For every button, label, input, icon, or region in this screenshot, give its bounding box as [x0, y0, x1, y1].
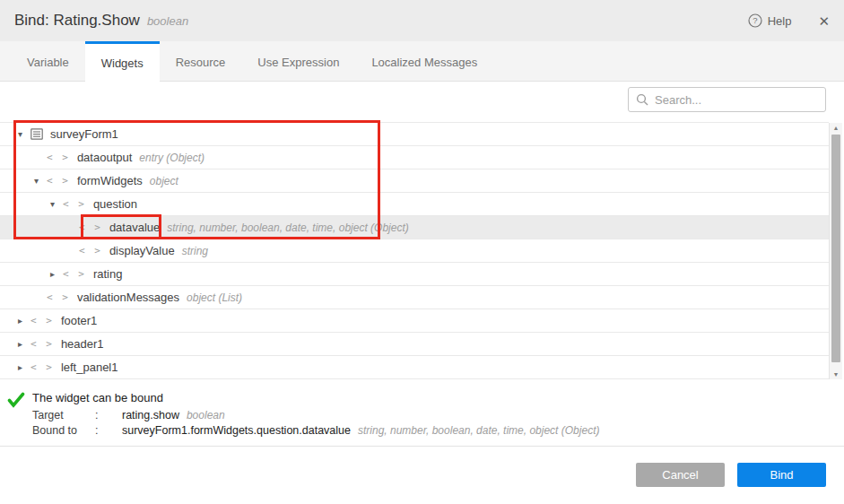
page-title: Bind: Rating.Show [14, 12, 140, 30]
chevron-down-icon[interactable]: ▾ [34, 176, 47, 186]
status-row-colon: : [95, 409, 122, 421]
status-row-value: surveyForm1.formWidgets.question.dataval… [122, 424, 351, 437]
page-title-type-hint: boolean [147, 14, 188, 28]
code-brackets-icon: < > [47, 291, 70, 303]
chevron-right-icon[interactable]: ▸ [18, 362, 30, 372]
code-brackets-icon: < > [30, 338, 54, 350]
tab-label: Use Expression [257, 56, 339, 69]
tree-item-header1[interactable]: ▸< >header1 [0, 333, 829, 356]
tree-item-label: left_panel1 [61, 361, 118, 374]
success-check-icon [7, 392, 25, 412]
status-row-bound-to: Bound to:surveyForm1.formWidgets.questio… [32, 421, 599, 437]
tree-item-datavalue[interactable]: < >datavaluestring, number, boolean, dat… [0, 216, 829, 239]
scroll-up-icon[interactable]: ▲ [830, 123, 842, 133]
code-brackets-icon: < > [63, 198, 86, 210]
footer-divider [0, 446, 844, 447]
tree-item-left_panel1[interactable]: ▸< >left_panel1 [0, 356, 829, 379]
svg-text:?: ? [753, 15, 757, 25]
chevron-right-icon[interactable]: ▸ [18, 316, 30, 326]
form-widget-icon [30, 128, 43, 140]
tab-widgets[interactable]: Widgets [85, 41, 160, 82]
tab-resource[interactable]: Resource [160, 41, 242, 81]
code-brackets-icon: < > [79, 222, 102, 233]
tree-item-label: footer1 [61, 314, 97, 327]
tab-bar: VariableWidgetsResourceUse ExpressionLoc… [0, 41, 844, 82]
code-brackets-icon: < > [30, 315, 54, 326]
tree-item-label: rating [93, 267, 123, 281]
tree-item-label: header1 [61, 337, 104, 351]
status-row-label: Target [32, 409, 95, 421]
search-row [0, 82, 844, 122]
tab-localized-messages[interactable]: Localized Messages [355, 41, 493, 81]
dialog-header: Bind: Rating.Show boolean ? Help ✕ [0, 0, 844, 41]
help-icon: ? [748, 13, 762, 28]
tab-label: Widgets [101, 56, 144, 70]
search-box [628, 87, 826, 112]
code-brackets-icon: < > [30, 361, 54, 373]
tree-item-label: question [93, 197, 137, 211]
status-row-type-hint: boolean [187, 409, 225, 421]
chevron-down-icon[interactable]: ▾ [50, 199, 63, 209]
status-row-target: Target:rating.showboolean [32, 406, 599, 421]
tree-item-dataoutput[interactable]: < >dataoutputentry (Object) [0, 146, 829, 169]
tab-use-expression[interactable]: Use Expression [241, 41, 355, 81]
widget-tree: ▾surveyForm1< >dataoutputentry (Object)▾… [0, 122, 829, 379]
tab-label: Localized Messages [371, 56, 477, 69]
status-row-value: rating.show [122, 409, 179, 421]
code-brackets-icon: < > [79, 245, 102, 256]
bind-button[interactable]: Bind [737, 463, 826, 487]
tree-item-rating[interactable]: ▸< >rating [0, 263, 829, 286]
tree-item-label: displayValue [109, 244, 175, 257]
tree-item-label: validationMessages [77, 291, 179, 304]
footer-actions: Cancel Bind [636, 463, 826, 487]
tree-scrollbar[interactable]: ▲ ▼ [829, 123, 842, 379]
tree-item-type-hint: object (List) [187, 291, 242, 304]
status-message: The widget can be bound [32, 391, 163, 404]
bind-dialog: Bind: Rating.Show boolean ? Help ✕ Varia… [0, 0, 844, 504]
tree-item-question[interactable]: ▾< >question [0, 193, 829, 216]
scrollbar-thumb[interactable] [831, 135, 840, 362]
tree-item-label: dataoutput [77, 151, 132, 164]
tree-item-displayValue[interactable]: < >displayValuestring [0, 239, 829, 263]
chevron-right-icon[interactable]: ▸ [18, 339, 30, 349]
tree-item-type-hint: string, number, boolean, date, time, obj… [167, 222, 408, 234]
search-input[interactable] [655, 93, 818, 107]
status-row-value-wrap: rating.showboolean [122, 406, 599, 422]
tree-item-surveyForm1[interactable]: ▾surveyForm1 [0, 123, 829, 146]
tree-item-validationMessages[interactable]: < >validationMessagesobject (List) [0, 286, 829, 309]
help-label: Help [768, 14, 792, 28]
status-row-value-wrap: surveyForm1.formWidgets.question.dataval… [122, 421, 599, 438]
status-rows: Target:rating.showbooleanBound to:survey… [32, 406, 599, 437]
tree-item-type-hint: entry (Object) [139, 152, 204, 164]
tree-item-label: surveyForm1 [50, 127, 118, 141]
tab-label: Resource [176, 56, 226, 69]
chevron-right-icon[interactable]: ▸ [50, 269, 63, 279]
status-row-label: Bound to [32, 424, 95, 437]
tab-label: Variable [27, 56, 69, 69]
tree-item-formWidgets[interactable]: ▾< >formWidgetsobject [0, 169, 829, 193]
status-row-colon: : [95, 424, 122, 437]
tree-item-label: formWidgets [77, 174, 143, 187]
status-row-type-hint: string, number, boolean, date, time, obj… [358, 424, 599, 437]
help-button[interactable]: ? Help [748, 13, 792, 28]
chevron-down-icon[interactable]: ▾ [18, 129, 30, 139]
tree-item-type-hint: string [182, 245, 208, 257]
code-brackets-icon: < > [63, 268, 86, 280]
close-icon[interactable]: ✕ [818, 14, 830, 28]
tree-item-label: datavalue [109, 221, 160, 234]
scroll-down-icon[interactable]: ▼ [830, 369, 842, 379]
tab-variable[interactable]: Variable [11, 41, 85, 81]
search-icon [636, 93, 648, 106]
tree-item-footer1[interactable]: ▸< >footer1 [0, 309, 829, 333]
cancel-button[interactable]: Cancel [636, 463, 725, 487]
code-brackets-icon: < > [47, 175, 70, 187]
tree-item-type-hint: object [150, 175, 178, 187]
code-brackets-icon: < > [47, 152, 70, 163]
